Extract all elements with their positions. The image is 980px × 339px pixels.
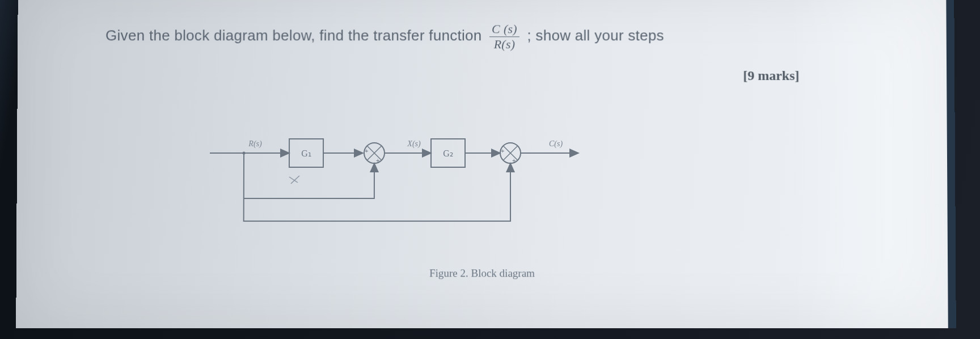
svg-text:+: +: [501, 147, 504, 154]
mid-label: X(s): [407, 139, 421, 149]
block-diagram: R(s) G₁ + + X(s) G₂ + + C(s): [204, 119, 601, 255]
transfer-fraction: C (s) R(s): [489, 23, 519, 50]
svg-text:+: +: [376, 157, 379, 164]
block-g1: G₁: [301, 149, 311, 158]
input-label: R(s): [248, 139, 262, 149]
block-g2: G₂: [443, 149, 453, 158]
fraction-denominator: R(s): [489, 37, 519, 50]
question-suffix: ; show all your steps: [527, 27, 664, 44]
question-text: Given the block diagram below, find the …: [105, 23, 664, 50]
marks-label: [9 marks]: [743, 68, 799, 83]
svg-line-19: [291, 176, 299, 184]
figure-caption: Figure 2. Block diagram: [16, 267, 948, 279]
page: Given the block diagram below, find the …: [16, 0, 956, 328]
svg-text:+: +: [512, 157, 516, 164]
fraction-numerator: C (s): [489, 23, 519, 37]
question-prefix: Given the block diagram below, find the …: [105, 27, 486, 44]
svg-text:+: +: [365, 147, 368, 154]
output-label: C(s): [549, 139, 563, 149]
